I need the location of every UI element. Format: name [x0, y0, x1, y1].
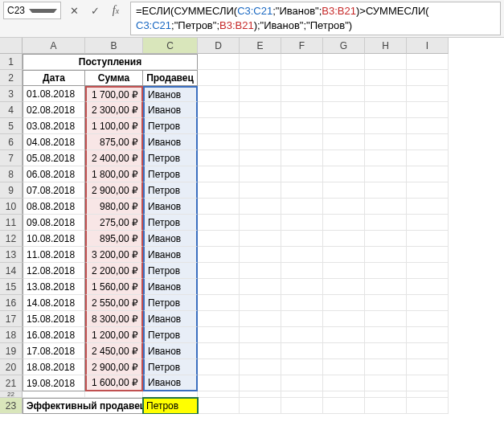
- cell[interactable]: [407, 398, 449, 414]
- cell[interactable]: [240, 102, 281, 118]
- cell-sum[interactable]: 2 300,00 ₽: [85, 102, 143, 118]
- effective-seller-label[interactable]: Эффективный продавец: [23, 398, 143, 414]
- cell[interactable]: [198, 327, 240, 343]
- cell-seller[interactable]: Иванов: [143, 375, 198, 391]
- row-header[interactable]: 8: [0, 166, 23, 182]
- cell[interactable]: [323, 391, 365, 398]
- cell[interactable]: [407, 311, 449, 327]
- cell[interactable]: [198, 263, 240, 279]
- cell[interactable]: [240, 215, 281, 231]
- cell[interactable]: [323, 295, 365, 311]
- cell[interactable]: [240, 311, 281, 327]
- cell-sum[interactable]: 1 560,00 ₽: [85, 279, 143, 295]
- cell[interactable]: [281, 375, 323, 391]
- cell[interactable]: [365, 391, 407, 398]
- cell[interactable]: [23, 391, 85, 398]
- select-all-corner[interactable]: [0, 38, 23, 54]
- cell[interactable]: [407, 166, 449, 182]
- cell[interactable]: [365, 199, 407, 215]
- cell[interactable]: [407, 102, 449, 118]
- cell[interactable]: [240, 199, 281, 215]
- cell[interactable]: [198, 150, 240, 166]
- cell[interactable]: [240, 86, 281, 102]
- cell-date[interactable]: 03.08.2018: [23, 118, 85, 134]
- cell-date[interactable]: 15.08.2018: [23, 311, 85, 327]
- cell-sum[interactable]: 1 700,00 ₽: [85, 86, 143, 102]
- cell[interactable]: [407, 359, 449, 375]
- cell-date[interactable]: 10.08.2018: [23, 231, 85, 247]
- cell[interactable]: [198, 118, 240, 134]
- cell[interactable]: [281, 247, 323, 263]
- cell[interactable]: [281, 263, 323, 279]
- cell-sum[interactable]: 895,00 ₽: [85, 231, 143, 247]
- cell[interactable]: [281, 295, 323, 311]
- cell-seller[interactable]: Петров: [143, 182, 198, 199]
- cell[interactable]: [281, 391, 323, 398]
- row-header[interactable]: 21: [0, 375, 23, 391]
- cell[interactable]: [323, 263, 365, 279]
- cell[interactable]: [281, 311, 323, 327]
- col-header[interactable]: G: [323, 38, 365, 54]
- cell[interactable]: [407, 279, 449, 295]
- cell-date[interactable]: 17.08.2018: [23, 343, 85, 359]
- cell-date[interactable]: 11.08.2018: [23, 247, 85, 263]
- cell[interactable]: [323, 359, 365, 375]
- cell[interactable]: [143, 391, 198, 398]
- cell-seller[interactable]: Петров: [143, 263, 198, 279]
- col-header[interactable]: F: [281, 38, 323, 54]
- cell-seller[interactable]: Петров: [143, 359, 198, 375]
- cell-seller[interactable]: Иванов: [143, 279, 198, 295]
- cell[interactable]: [407, 247, 449, 263]
- row-header[interactable]: 23: [0, 398, 23, 414]
- cell[interactable]: [240, 150, 281, 166]
- cell[interactable]: [323, 343, 365, 359]
- cell-sum[interactable]: 1 100,00 ₽: [85, 118, 143, 134]
- cell[interactable]: [198, 279, 240, 295]
- cell[interactable]: [240, 182, 281, 199]
- cell[interactable]: [365, 102, 407, 118]
- cell[interactable]: [365, 295, 407, 311]
- cell[interactable]: [198, 231, 240, 247]
- cell-seller[interactable]: Иванов: [143, 247, 198, 263]
- cell[interactable]: [323, 231, 365, 247]
- cell[interactable]: [281, 134, 323, 150]
- cell[interactable]: [407, 86, 449, 102]
- row-header[interactable]: 20: [0, 359, 23, 375]
- row-header[interactable]: 9: [0, 182, 23, 199]
- cell[interactable]: [365, 279, 407, 295]
- cell[interactable]: [407, 118, 449, 134]
- row-header[interactable]: 15: [0, 279, 23, 295]
- header-date[interactable]: Дата: [23, 70, 85, 86]
- cell-seller[interactable]: Иванов: [143, 231, 198, 247]
- cell[interactable]: [198, 134, 240, 150]
- col-header[interactable]: B: [85, 38, 143, 54]
- cell[interactable]: [281, 231, 323, 247]
- cell[interactable]: [407, 199, 449, 215]
- cell[interactable]: [281, 70, 323, 86]
- cell[interactable]: [407, 327, 449, 343]
- cell-sum[interactable]: 980,00 ₽: [85, 199, 143, 215]
- cell-date[interactable]: 12.08.2018: [23, 263, 85, 279]
- cell[interactable]: [323, 375, 365, 391]
- cell-date[interactable]: 02.08.2018: [23, 102, 85, 118]
- cell[interactable]: [323, 86, 365, 102]
- cell-sum[interactable]: 2 900,00 ₽: [85, 359, 143, 375]
- cell[interactable]: [240, 134, 281, 150]
- cell-sum[interactable]: 1 600,00 ₽: [85, 375, 143, 391]
- cell[interactable]: [365, 247, 407, 263]
- cell-seller[interactable]: Петров: [143, 215, 198, 231]
- cell[interactable]: [198, 182, 240, 199]
- cell[interactable]: [365, 359, 407, 375]
- cell[interactable]: [323, 199, 365, 215]
- cell[interactable]: [240, 118, 281, 134]
- cell[interactable]: [281, 199, 323, 215]
- cell-seller[interactable]: Петров: [143, 295, 198, 311]
- cell-sum[interactable]: 2 550,00 ₽: [85, 295, 143, 311]
- header-sum[interactable]: Сумма: [85, 70, 143, 86]
- cell[interactable]: [323, 311, 365, 327]
- cell[interactable]: [323, 215, 365, 231]
- cell[interactable]: [240, 359, 281, 375]
- row-header[interactable]: 10: [0, 199, 23, 215]
- cell[interactable]: [240, 343, 281, 359]
- effective-seller-value[interactable]: Петров: [143, 398, 198, 414]
